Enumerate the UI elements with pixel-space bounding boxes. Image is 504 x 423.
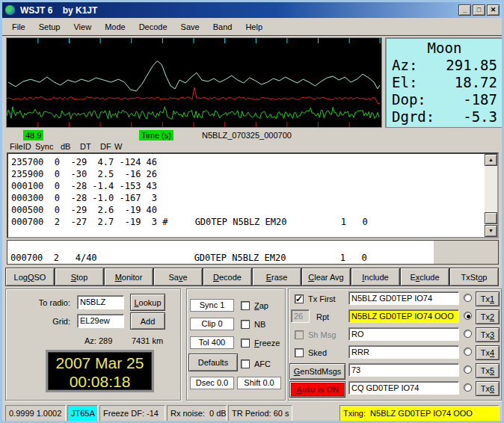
scroll-down-icon[interactable]: ▼ [485,225,497,237]
spectrum-plot[interactable] [6,37,382,128]
menu-item-view[interactable]: View [67,20,98,34]
genstdmsgs-button[interactable]: GenStdMsgs [289,363,345,380]
action-button-erase[interactable]: Erase [252,268,301,286]
menu-item-save[interactable]: Save [174,20,206,34]
filename-label: N5BLZ_070325_000700 [202,131,292,140]
action-button-decode[interactable]: Decode [203,268,252,286]
action-button-log-qso[interactable]: Log QSO [5,268,55,286]
nb-checkbox[interactable] [241,320,250,329]
plot-status-row: 48.9 Time (s) N5BLZ_070325_000700 [2,129,502,142]
to-radio-input[interactable]: N5BLZ [77,295,124,309]
action-button-save[interactable]: Save [153,268,203,286]
grid-input[interactable]: EL29ew [77,314,124,328]
to-radio-label: To radio: [13,298,70,307]
decode-output[interactable]: 235700 0 -29 4.7 -124 46 235900 0 -30 2.… [7,152,499,238]
window-title: WSJT 6 by K1JT [20,5,457,16]
globe-icon [4,4,16,16]
distance-label: 7431 km [132,336,163,345]
minimize-button[interactable]: _ [458,4,471,16]
action-button-exclude[interactable]: Exclude [400,268,449,286]
column-header-fileid: FileID [10,142,31,151]
tx-radio-5[interactable] [464,365,472,374]
freeze-checkbox[interactable] [241,339,250,348]
params-panel: Sync 1 Zap Clip 0 NB Tol 400 Freeze Defa… [186,288,286,401]
scroll-up-icon[interactable]: ▲ [485,154,497,166]
tx-message-field-1[interactable]: N5BLZ GD0TEP IO74 [348,291,459,305]
action-button-txstop[interactable]: TxStop [449,268,499,286]
status-panel-1: 0.9999 1.0002 [5,405,66,422]
tx-first-label: Tx First [308,294,336,303]
sync-box[interactable]: Sync 1 [190,299,234,312]
clip-box[interactable]: Clip 0 [190,318,234,330]
add-button[interactable]: Add [130,312,165,330]
tx-radio-2[interactable] [464,312,472,320]
average-text[interactable]: 000700 2 4/40 GD0TEP N5BLZ EM20 1 0 [7,241,434,264]
tx-message-field-6[interactable]: CQ GD0TEP IO74 [348,381,459,395]
tx-button-5[interactable]: Tx5 [476,363,500,378]
tx-radio-4[interactable] [464,348,472,356]
sked-checkbox[interactable] [295,348,304,357]
scrollbar-thumb[interactable] [485,212,497,224]
menu-item-band[interactable]: Band [206,20,239,34]
tx-button-4[interactable]: Tx4 [476,345,500,360]
lookup-button[interactable]: Lookup [130,294,165,311]
tx-button-1[interactable]: Tx1 [476,291,500,306]
tx-message-field-2[interactable]: N5BLZ GD0TEP IO74 OOO [348,309,459,323]
rpt-label: Rpt [316,312,329,321]
column-header-df: DF [100,142,111,151]
shift-box[interactable]: Shift 0.0 [237,377,281,389]
tx-radio-3[interactable] [464,330,472,338]
sh-msg-checkbox[interactable] [295,330,304,339]
freeze-label: Freeze [254,339,280,348]
rpt-field[interactable]: 26 [291,309,310,323]
moon-row: Dop:-187 [392,91,497,108]
grid-label: Grid: [13,317,70,326]
action-button-include[interactable]: Include [351,268,400,286]
tx-radio-1[interactable] [464,294,472,302]
auto-button[interactable]: Auto is ON [289,381,345,398]
moon-row: Dgrd:-5.3 [392,108,497,126]
zap-checkbox[interactable] [241,301,250,310]
menu-item-help[interactable]: Help [239,20,269,34]
tx-button-3[interactable]: Tx3 [476,327,500,342]
moon-panel: Moon Az:291.85El:18.72Dop:-187Dgrd:-5.3 [385,37,503,128]
nb-label: NB [254,320,265,329]
status-panel-3: Freeze DF: -14 [99,405,165,422]
sh-msg-label: Sh Msg [308,330,336,339]
graph-row: Moon Az:291.85El:18.72Dop:-187Dgrd:-5.3 [2,35,502,129]
moon-row: Az:291.85 [392,57,497,74]
action-button-stop[interactable]: Stop [55,268,104,286]
tx-button-2[interactable]: Tx2 [476,309,500,324]
maximize-button[interactable]: □ [473,4,485,16]
title-bar[interactable]: WSJT 6 by K1JT _ □ ✕ [2,2,502,18]
tx-message-field-3[interactable]: RO [348,327,459,341]
tx-panel: Tx First 26 Rpt Sh Msg Sked GenStdMsgs A… [288,288,502,401]
tx-message-field-5[interactable]: 73 [348,363,459,377]
azimuth-label: Az: 289 [84,336,112,345]
tx-button-6[interactable]: Tx6 [476,381,500,396]
tol-box[interactable]: Tol 400 [190,336,234,349]
tx-message-field-4[interactable]: RRR [348,345,459,359]
txing-panel: Txing: N5BLZ GD0TEP IO74 OOO [339,405,500,422]
average-filler [434,241,498,264]
menu-item-mode[interactable]: Mode [98,20,132,34]
menu-item-file[interactable]: File [5,20,32,34]
afc-checkbox[interactable] [241,359,250,368]
dsec-box[interactable]: Dsec 0.0 [190,377,234,389]
decode-scrollbar[interactable]: ▲ ▼ [485,154,497,237]
status-filler [294,405,338,422]
zap-label: Zap [254,301,268,310]
action-button-monitor[interactable]: Monitor [104,268,153,286]
status-bar: 0.9999 1.0002JT65AFreeze DF: -14Rx noise… [5,405,500,422]
action-button-clear-avg[interactable]: Clear Avg [301,268,351,286]
defaults-button[interactable]: Defaults [188,353,238,371]
clock-date: 2007 Mar 25 [48,353,152,372]
column-header-w: W [114,142,122,151]
tx-radio-6[interactable] [464,383,472,392]
station-panel: To radio: N5BLZ Lookup Grid: EL29ew Add … [5,288,181,401]
menu-item-decode[interactable]: Decode [132,20,174,34]
menu-item-setup[interactable]: Setup [32,20,67,34]
tx-first-checkbox[interactable] [295,294,304,303]
close-button[interactable]: ✕ [487,4,500,16]
clock-time: 00:08:18 [48,372,152,391]
